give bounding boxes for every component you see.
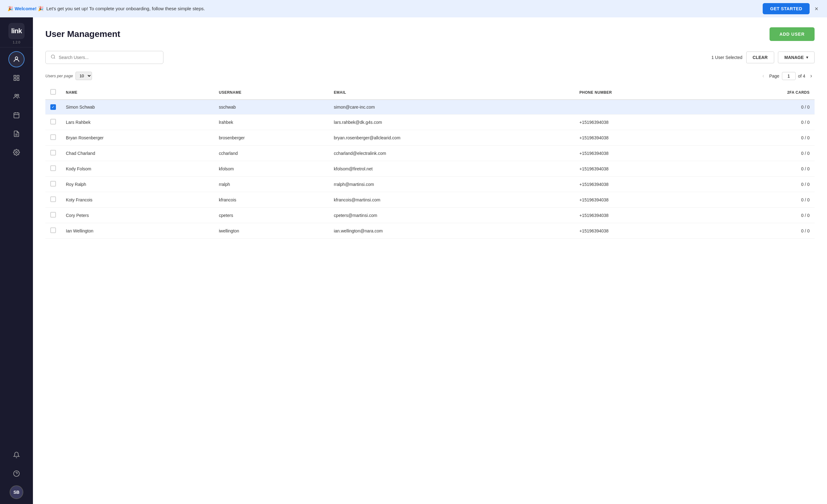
row-email: simon@care-inc.com (329, 100, 574, 115)
logo-version: 1.2.0 (13, 40, 20, 44)
get-started-button[interactable]: GET STARTED (763, 3, 810, 14)
svg-point-6 (17, 94, 19, 96)
row-phone: +15196394038 (574, 223, 711, 239)
row-phone: +15196394038 (574, 208, 711, 223)
main-content: User Management ADD USER 1 User Selected… (33, 17, 827, 504)
row-2fa: 0 / 0 (711, 130, 815, 146)
row-checkbox-cell (45, 130, 61, 146)
row-name: Lars Rahbek (61, 115, 214, 130)
per-page-select[interactable]: 10 25 50 (76, 72, 92, 80)
page-label: Page (769, 73, 779, 78)
sidebar-item-document[interactable] (8, 126, 25, 142)
header-checkbox-cell (45, 86, 61, 100)
search-input[interactable] (59, 55, 158, 60)
row-phone: +15196394038 (574, 130, 711, 146)
sidebar-item-bell[interactable] (8, 447, 25, 463)
header-name: NAME (61, 86, 214, 100)
row-checkbox[interactable] (50, 119, 56, 124)
svg-rect-2 (17, 75, 19, 77)
row-name: Koty Francois (61, 192, 214, 208)
row-phone: +15196394038 (574, 161, 711, 177)
row-2fa: 0 / 0 (711, 177, 815, 192)
banner-close-button[interactable]: × (813, 4, 820, 14)
svg-rect-4 (17, 78, 19, 80)
row-checkbox[interactable] (50, 150, 56, 156)
svg-point-5 (15, 94, 17, 96)
row-checkbox[interactable]: ✓ (50, 104, 56, 110)
row-checkbox[interactable] (50, 197, 56, 202)
manage-label: MANAGE (784, 55, 804, 60)
banner-text: 🎉 Welcome! 🎉 Let's get you set up! To co… (7, 6, 759, 11)
next-page-button[interactable]: › (808, 71, 815, 80)
row-name: Cory Peters (61, 208, 214, 223)
sidebar-item-people[interactable] (8, 89, 25, 105)
row-username: lrahbek (214, 115, 329, 130)
row-phone (574, 100, 711, 115)
row-checkbox-cell (45, 208, 61, 223)
sidebar-item-calendar[interactable] (8, 107, 25, 123)
sidebar-item-dashboard[interactable] (8, 70, 25, 86)
row-2fa: 0 / 0 (711, 223, 815, 239)
row-name: Chad Charland (61, 146, 214, 161)
row-checkbox-cell (45, 161, 61, 177)
banner-message: Let's get you set up! To complete your o… (46, 6, 205, 11)
row-username: kfrancois (214, 192, 329, 208)
banner-emoji-left: 🎉 (7, 6, 13, 11)
row-checkbox-cell (45, 115, 61, 130)
toolbar: 1 User Selected CLEAR MANAGE ▾ (45, 51, 815, 64)
sidebar-item-settings[interactable] (8, 144, 25, 160)
sidebar: link 1.2.0 (0, 17, 33, 504)
pagination-row: Users per page 10 25 50 ‹ Page of 4 › (45, 71, 815, 80)
prev-page-button[interactable]: ‹ (760, 71, 767, 80)
svg-rect-1 (14, 75, 16, 77)
row-checkbox[interactable] (50, 227, 56, 233)
sidebar-item-user[interactable] (8, 51, 25, 67)
row-email: bryan.rosenberger@allclearid.com (329, 130, 574, 146)
banner-emoji-right: 🎉 (38, 6, 44, 11)
selected-count: 1 User Selected (712, 55, 742, 60)
table-header-row: NAME USERNAME EMAIL PHONE NUMBER 2FA CAR… (45, 86, 815, 100)
add-user-button[interactable]: ADD USER (770, 27, 815, 41)
row-name: Bryan Rosenberger (61, 130, 214, 146)
svg-rect-3 (14, 78, 16, 80)
row-checkbox[interactable] (50, 134, 56, 140)
row-name: Roy Ralph (61, 177, 214, 192)
row-checkbox-cell (45, 177, 61, 192)
row-email: kfrancois@martinsi.com (329, 192, 574, 208)
row-email: kfolsom@firetrol.net (329, 161, 574, 177)
sidebar-item-help[interactable] (8, 465, 25, 482)
page-nav: ‹ Page of 4 › (760, 71, 815, 80)
row-checkbox-cell (45, 146, 61, 161)
svg-point-13 (15, 152, 17, 153)
toolbar-right: 1 User Selected CLEAR MANAGE ▾ (712, 52, 815, 63)
svg-rect-7 (14, 113, 19, 118)
row-2fa: 0 / 0 (711, 146, 815, 161)
clear-button[interactable]: CLEAR (746, 52, 774, 63)
page-title: User Management (45, 29, 120, 39)
table-row: Lars Rahbek lrahbek lars.rahbek@dk.g4s.c… (45, 115, 815, 130)
users-table: NAME USERNAME EMAIL PHONE NUMBER 2FA CAR… (45, 86, 815, 239)
svg-point-16 (51, 55, 55, 58)
sidebar-logo: link 1.2.0 (0, 17, 33, 48)
manage-button[interactable]: MANAGE ▾ (778, 52, 815, 63)
row-email: ccharland@electralink.com (329, 146, 574, 161)
row-username: cpeters (214, 208, 329, 223)
onboarding-banner: 🎉 Welcome! 🎉 Let's get you set up! To co… (0, 0, 827, 17)
table-row: Kody Folsom kfolsom kfolsom@firetrol.net… (45, 161, 815, 177)
table-row: Chad Charland ccharland ccharland@electr… (45, 146, 815, 161)
row-email: lars.rahbek@dk.g4s.com (329, 115, 574, 130)
page-input[interactable] (782, 72, 796, 80)
select-all-checkbox[interactable] (50, 89, 56, 95)
avatar[interactable]: SB (10, 485, 23, 499)
row-checkbox[interactable] (50, 212, 56, 218)
logo[interactable]: link (8, 23, 25, 39)
per-page-label: Users per page (45, 73, 73, 78)
row-checkbox[interactable] (50, 181, 56, 186)
row-name: Ian Wellington (61, 223, 214, 239)
row-email: cpeters@martinsi.com (329, 208, 574, 223)
row-username: kfolsom (214, 161, 329, 177)
row-2fa: 0 / 0 (711, 192, 815, 208)
row-username: iwellington (214, 223, 329, 239)
row-username: brosenberger (214, 130, 329, 146)
row-checkbox[interactable] (50, 165, 56, 171)
